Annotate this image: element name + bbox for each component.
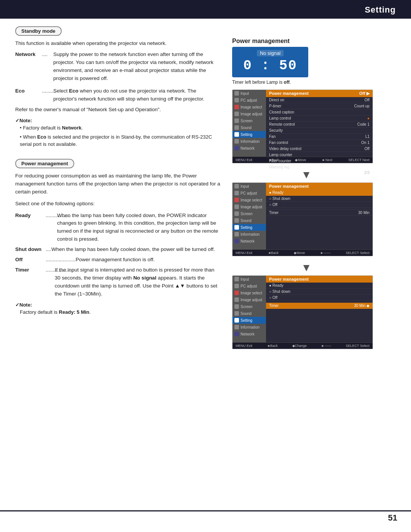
page-number: 51 [388, 513, 397, 523]
sidebar-information: Information [233, 138, 266, 145]
timer-display: 0 : 50 [237, 58, 304, 73]
timer-caption: Timer left before Lamp is off. [232, 80, 381, 85]
menu-content-2: Power management ● Ready ○ Shut down ○ O… [266, 183, 373, 249]
left-column: Standby mode This function is available … [15, 26, 221, 355]
menu-sidebar-2: Input PC adjust Image select Image adjus… [233, 183, 266, 249]
menu-row-shutdownb: ○ Shut down [266, 196, 373, 202]
network-desc: Supply the power to the network function… [53, 51, 221, 83]
sidebar-3-pc-adjust: PC adjust [233, 283, 266, 289]
sidebar-2-network: Network [233, 238, 266, 244]
menu-row-warning-log: Warning log [266, 164, 373, 170]
pm-screen: No signal 0 : 50 [232, 47, 308, 77]
menu-content-1: Power managementOff ▶ Direct onOff P-tim… [266, 90, 373, 157]
sidebar-sound: Sound [233, 124, 266, 131]
menu-row-timer-c: Timer30 Min ◆ [266, 303, 373, 309]
sidebar-2-pc-adjust: PC adjust [233, 190, 266, 197]
sidebar-screen: Screen [233, 117, 266, 124]
menu-footer-2: MENU Exit◄Back◆Move►------SELECT Select [233, 249, 373, 256]
menu-row-offb: ○ Off [266, 202, 373, 208]
menu-row-shutdownc: ○ Shut down [266, 289, 373, 295]
note2: • When Eco is selected and the projector… [20, 133, 221, 148]
menu-row-ready: ● Ready [266, 190, 373, 196]
sidebar-2-image-adjust: Image adjust [233, 203, 266, 210]
sidebar-2-input: Input [233, 183, 266, 190]
note-label-1: ✓Note: [15, 118, 221, 123]
menu-header-2: Power management [266, 183, 373, 190]
pm-desc1: For reducing power consumption as well a… [15, 172, 221, 196]
sidebar-2-sound: Sound [233, 217, 266, 224]
eco-desc: Select Eco when you do not use the proje… [53, 87, 221, 103]
menu-screenshot-2: Input PC adjust Image select Image adjus… [232, 182, 373, 256]
pm-desc2: Select one of the following options: [15, 200, 221, 208]
menu-row-timer-b: Timer30 Min [266, 210, 373, 216]
ready-term: Ready [15, 212, 46, 244]
menu-row-remote-control: Remote controlCode 1 [266, 121, 373, 128]
shutdown-term: Shut down [15, 246, 46, 254]
sidebar-2-information: Information [233, 231, 266, 238]
menu-screenshot-1: Input PC adjust Image select Image adjus… [232, 89, 373, 163]
sidebar-3-image-select: Image select [233, 289, 266, 296]
sidebar-image-select: Image select [233, 104, 266, 110]
arrow-down-2: ▼ [232, 262, 381, 274]
menu-row-lamp-counter: Lamp counter [266, 152, 373, 158]
sidebar-3-information: Information [233, 324, 266, 331]
menu-sidebar-1: Input PC adjust Image select Image adjus… [233, 90, 266, 157]
shutdown-desc: When the lamp has been fully cooled down… [51, 246, 215, 254]
off-desc: Power management function is off. [76, 256, 155, 264]
pm-display-title: Power management [232, 38, 381, 45]
sidebar-network: Network [233, 145, 266, 152]
refer-text: Refer to the owner's manual of "Network … [15, 106, 221, 114]
note2-label: ✓Note: [15, 302, 221, 308]
sidebar-3-image-adjust: Image adjust [233, 296, 266, 303]
menu-row-ptimer: P-timerCount up [266, 103, 373, 109]
timer-term: Timer [15, 266, 46, 298]
no-signal-text: No signal [257, 50, 284, 56]
pm-section: Power management For reducing power cons… [15, 159, 221, 316]
sidebar-3-network: Network [233, 331, 266, 337]
sidebar-image-adjust: Image adjust [233, 110, 266, 117]
network-term: Network [15, 51, 42, 83]
page-header: Setting [0, 1, 411, 19]
menu-row-offc: ○ Off [266, 295, 373, 301]
timer-desc: If the input signal is interrupted and n… [55, 266, 221, 298]
standby-mode-label: Standby mode [15, 26, 62, 36]
menu-row-lamp-control: Lamp control● [266, 115, 373, 121]
sidebar-2-setting-active: Setting [233, 224, 266, 231]
menu-row-closed-caption: Closed caption [266, 109, 373, 115]
menu-row-security: Security [266, 128, 373, 134]
menu-row-fan-control: Fan controlOn 1 [266, 140, 373, 146]
sidebar-2-image-select: Image select [233, 197, 266, 203]
menu-row-fan: FanL1 [266, 134, 373, 140]
sidebar-3-screen: Screen [233, 303, 266, 310]
menu-row-readyc: ● Ready [266, 283, 373, 289]
network-dots: .... [42, 51, 53, 83]
menu-header-1: Power managementOff ▶ [266, 90, 373, 97]
menu-row-direct-on: Direct onOff [266, 97, 373, 103]
sidebar-pc-adjust: PC adjust [233, 97, 266, 104]
ready-desc: When the lamp has been fully cooled down… [57, 212, 221, 244]
sidebar-input: Input [233, 90, 266, 97]
page-title: Setting [365, 5, 396, 14]
bottom-border [0, 510, 411, 511]
sidebar-3-setting-active: Setting [233, 317, 266, 324]
eco-term: Eco [15, 87, 42, 103]
menu-row-video-delay: Video delay controlOff [266, 146, 373, 152]
standby-intro: This function is available when operatin… [15, 40, 221, 48]
note2-text: Factory default is Ready: 5 Min. [20, 308, 221, 316]
menu-footer-3: MENU Exit◄Back◆Change►------SELECT Selec… [233, 342, 373, 349]
sidebar-setting-active: Setting [233, 131, 266, 138]
menu-screenshot-3: Input PC adjust Image select Image adjus… [232, 275, 373, 349]
off-term: Off [15, 256, 46, 264]
sidebar-3-sound: Sound [233, 310, 266, 317]
menu-sidebar-3: Input PC adjust Image select Image adjus… [233, 276, 266, 342]
sidebar-2-screen: Screen [233, 210, 266, 217]
menu-header-3: Power management [266, 276, 373, 283]
menu-content-3: Power management ● Ready ○ Shut down ○ O… [266, 276, 373, 342]
note1: • Factory default is Network. [20, 124, 221, 132]
pm-display-box: Power management No signal 0 : 50 Timer … [232, 38, 381, 85]
sidebar-3-input: Input [233, 276, 266, 283]
right-column: Power management No signal 0 : 50 Timer … [232, 26, 381, 355]
pm-label: Power management [15, 159, 74, 168]
